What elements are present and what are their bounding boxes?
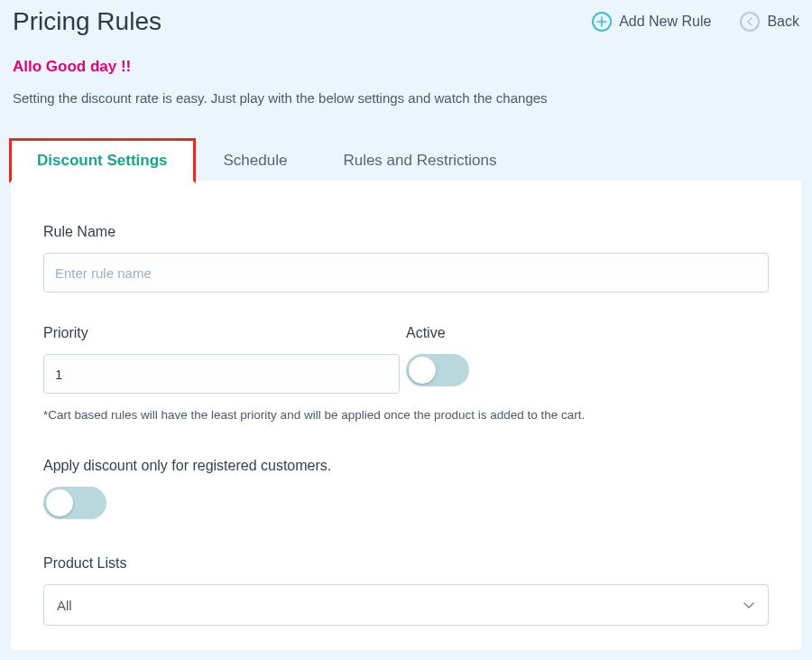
registered-customers-toggle[interactable] xyxy=(43,487,106,519)
description-text: Setting the discount rate is easy. Just … xyxy=(13,90,799,106)
header-actions: Add New Rule Back xyxy=(592,12,799,32)
tab-schedule[interactable]: Schedule xyxy=(196,138,316,183)
rule-name-label: Rule Name xyxy=(43,224,769,240)
page-title: Pricing Rules xyxy=(13,7,161,36)
add-new-rule-label: Add New Rule xyxy=(619,14,711,30)
tabs: Discount Settings Schedule Rules and Res… xyxy=(0,138,812,183)
settings-panel: Rule Name Priority Active *Cart based ru… xyxy=(11,181,801,650)
chevron-left-icon xyxy=(740,12,760,32)
toggle-knob xyxy=(409,357,436,384)
registered-customers-label: Apply discount only for registered custo… xyxy=(43,458,769,474)
tab-discount-settings[interactable]: Discount Settings xyxy=(9,138,196,183)
priority-label: Priority xyxy=(43,325,406,341)
plus-icon xyxy=(592,12,612,32)
active-toggle[interactable] xyxy=(406,354,469,386)
priority-input[interactable] xyxy=(43,354,400,394)
active-label: Active xyxy=(406,325,769,341)
back-label: Back xyxy=(767,14,799,30)
priority-note: *Cart based rules will have the least pr… xyxy=(43,408,769,422)
back-button[interactable]: Back xyxy=(740,12,799,32)
tab-rules-restrictions[interactable]: Rules and Restrictions xyxy=(315,138,524,183)
product-lists-select[interactable]: All xyxy=(43,584,769,626)
greeting-text: Allo Good day !! xyxy=(13,58,799,76)
rule-name-input[interactable] xyxy=(43,253,769,293)
toggle-knob xyxy=(46,489,73,516)
add-new-rule-button[interactable]: Add New Rule xyxy=(592,12,711,32)
product-lists-label: Product Lists xyxy=(43,555,769,572)
